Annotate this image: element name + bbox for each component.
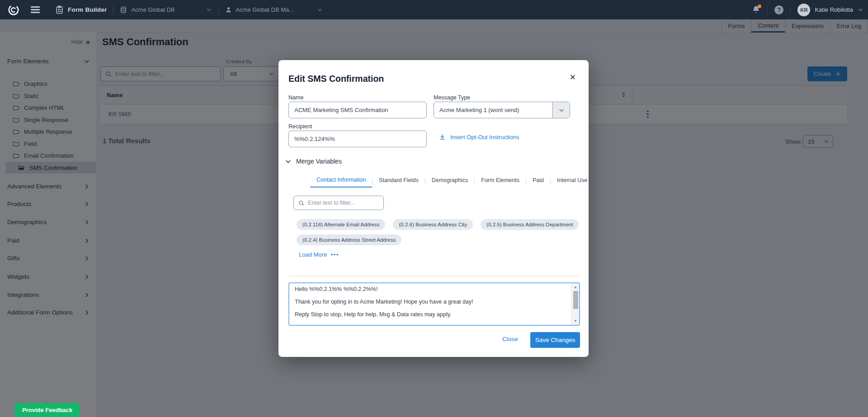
navbar-right: ? KR Katie Robilotta bbox=[752, 4, 868, 16]
navbar-divider bbox=[790, 5, 791, 14]
modal-divider bbox=[288, 276, 579, 276]
scroll-down-icon[interactable]: ▼ bbox=[572, 318, 579, 324]
merge-tab-paid[interactable]: Paid bbox=[526, 175, 550, 187]
scroll-up-icon[interactable]: ▲ bbox=[572, 284, 579, 290]
product-title: Form Builder bbox=[68, 6, 107, 13]
merge-variables-label: Merge Variables bbox=[296, 158, 342, 165]
chevron-down-icon bbox=[317, 7, 323, 13]
merge-variables-filter bbox=[293, 196, 384, 210]
name-label: Name bbox=[288, 94, 303, 101]
message-body-textarea[interactable]: Hello %%0.2.1%% %%0.2.2%%! Thank you for… bbox=[288, 282, 580, 326]
chevron-down-icon bbox=[858, 7, 863, 13]
app-root: Form Builder Acme Global DB bbox=[0, 0, 868, 417]
account-name: Acme Global DB Ma... bbox=[236, 6, 294, 13]
merge-chip[interactable]: (0.2.6) Business Address City bbox=[393, 219, 473, 230]
scrollbar[interactable]: ▲ ▼ bbox=[571, 283, 579, 325]
message-type-value: Acme Marketing 1 (wont send) bbox=[434, 107, 552, 113]
person-icon bbox=[225, 6, 232, 13]
chevron-down-icon bbox=[552, 102, 570, 118]
help-icon[interactable]: ? bbox=[774, 5, 783, 14]
merge-tab-standard-fields[interactable]: Standard Fields bbox=[373, 175, 425, 187]
insert-opt-out-link[interactable]: Insert Opt-Out Instructions bbox=[439, 134, 519, 141]
merge-variables-toggle[interactable]: Merge Variables bbox=[285, 158, 342, 165]
database-selector[interactable]: Acme Global DB bbox=[120, 6, 212, 14]
merge-chip-row: (0.2.4) Business Address Street Address bbox=[297, 234, 401, 245]
merge-chip[interactable]: (0.2.116) Alternate Email Address bbox=[297, 219, 385, 230]
avatar: KR bbox=[797, 4, 810, 16]
menu-icon[interactable] bbox=[31, 6, 40, 13]
message-body-content: Hello %%0.2.1%% %%0.2.2%%! Thank you for… bbox=[295, 286, 569, 323]
message-type-select[interactable]: Acme Marketing 1 (wont send) bbox=[434, 102, 570, 118]
bloomerang-logo[interactable] bbox=[8, 4, 19, 16]
merge-chip-row: (0.2.116) Alternate Email Address (0.2.6… bbox=[297, 219, 579, 230]
chevron-down-icon bbox=[206, 7, 212, 13]
merge-filter-input[interactable] bbox=[308, 200, 381, 206]
merge-tab-form-elements[interactable]: Form Elements bbox=[475, 175, 526, 187]
navbar-left: Form Builder Acme Global DB bbox=[0, 4, 323, 16]
scrollbar-thumb[interactable] bbox=[573, 291, 578, 309]
notifications-bell-icon[interactable] bbox=[752, 5, 760, 14]
download-icon bbox=[439, 134, 446, 141]
name-field[interactable] bbox=[288, 102, 427, 118]
recipient-label: Recipient bbox=[288, 123, 312, 130]
product-area: Form Builder bbox=[55, 5, 107, 14]
user-name: Katie Robilotta bbox=[815, 6, 853, 13]
message-type-label: Message Type bbox=[434, 94, 470, 101]
insert-opt-out-label: Insert Opt-Out Instructions bbox=[450, 134, 519, 141]
merge-tab-demographics[interactable]: Demographics bbox=[425, 175, 475, 187]
message-line: Reply Stop to stop, Help for help. Msg &… bbox=[295, 311, 569, 318]
modal-title: Edit SMS Confirmation bbox=[288, 74, 384, 84]
merge-tab-internal-use[interactable]: Internal Use bbox=[551, 175, 594, 187]
save-changes-button[interactable]: Save Changes bbox=[530, 332, 580, 348]
form-builder-icon bbox=[55, 5, 64, 14]
chevron-down-icon bbox=[285, 158, 292, 165]
ellipsis-icon bbox=[331, 254, 338, 256]
message-line: Hello %%0.2.1%% %%0.2.2%%! bbox=[295, 286, 569, 292]
merge-chip[interactable]: (0.2.4) Business Address Street Address bbox=[297, 234, 401, 245]
provide-feedback-button[interactable]: Provide Feedback bbox=[15, 403, 80, 417]
merge-tab-contact-information[interactable]: Contact Information bbox=[310, 175, 372, 187]
modal-close-button[interactable]: Close bbox=[502, 336, 518, 342]
close-icon[interactable]: ✕ bbox=[570, 74, 576, 81]
load-more-label: Load More bbox=[299, 251, 327, 258]
top-navbar: Form Builder Acme Global DB bbox=[0, 0, 868, 19]
notification-dot bbox=[758, 5, 761, 8]
account-selector[interactable]: Acme Global DB Ma... bbox=[225, 6, 323, 13]
search-icon bbox=[298, 200, 304, 206]
edit-sms-confirmation-modal: Edit SMS Confirmation ✕ Name Message Typ… bbox=[278, 60, 589, 357]
merge-variables-tabs: Contact Information Standard Fields Demo… bbox=[310, 175, 594, 187]
message-line: Thank you for opting in to Acme Marketin… bbox=[295, 299, 569, 305]
user-menu[interactable]: KR Katie Robilotta bbox=[797, 4, 863, 16]
merge-chip[interactable]: (0.2.5) Business Address Department bbox=[481, 219, 579, 230]
navbar-divider bbox=[113, 5, 113, 14]
navbar-divider bbox=[767, 5, 768, 14]
load-more-link[interactable]: Load More bbox=[299, 251, 338, 258]
database-icon bbox=[120, 6, 127, 14]
navbar-divider bbox=[218, 5, 219, 14]
recipient-field[interactable] bbox=[288, 131, 427, 147]
database-name: Acme Global DB bbox=[131, 6, 175, 13]
